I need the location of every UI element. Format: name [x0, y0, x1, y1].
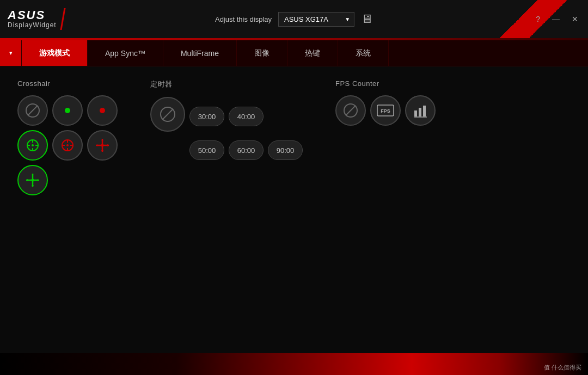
sections-row: Crosshair: [17, 79, 571, 195]
timer-title: 定时器: [150, 79, 303, 89]
brand-sub: DisplayWidget: [8, 21, 57, 29]
logo-divider: [60, 8, 65, 30]
fps-title: FPS Counter: [335, 79, 436, 88]
nav-tabs: ▾ 游戏模式 App Sync™ MultiFrame 图像 热键 系统: [0, 40, 588, 66]
timer-30[interactable]: 30:00: [189, 107, 224, 126]
fps-chart-btn[interactable]: [405, 95, 436, 126]
cross-green-icon: [25, 173, 40, 188]
tab-image[interactable]: 图像: [237, 40, 287, 66]
crosshair-none[interactable]: [17, 95, 48, 126]
display-selector-area: Adjust this display ASUS XG17A 🖥: [215, 12, 373, 27]
timer-row2: 50:00 60:00 90:00: [189, 140, 303, 160]
svg-point-2: [65, 108, 70, 113]
dot-red-icon: [95, 103, 110, 118]
svg-line-1: [28, 106, 38, 115]
fps-section: FPS Counter FPS: [335, 79, 436, 126]
monitor-icon: 🖥: [361, 12, 373, 26]
crosshair-grid: [17, 95, 118, 195]
fps-slash-icon: [343, 103, 358, 118]
crosshair-section: Crosshair: [17, 79, 118, 195]
crosshair-dot-green[interactable]: [52, 95, 83, 126]
svg-marker-32: [26, 179, 28, 181]
svg-marker-23: [96, 144, 97, 146]
timer-50[interactable]: 50:00: [189, 140, 224, 160]
timer-row1: 30:00 40:00: [150, 97, 303, 136]
display-select-wrapper[interactable]: ASUS XG17A: [278, 12, 354, 27]
bottom-bar: [0, 353, 588, 375]
svg-point-20: [101, 144, 104, 147]
fps-none[interactable]: [335, 95, 366, 126]
svg-text:FPS: FPS: [381, 108, 390, 114]
svg-point-15: [66, 144, 69, 146]
svg-marker-30: [32, 174, 34, 175]
svg-line-37: [346, 106, 356, 115]
timer-90[interactable]: 90:00: [268, 140, 303, 160]
svg-point-29: [32, 179, 34, 182]
svg-line-35: [162, 109, 173, 120]
crosshair-circle-green[interactable]: [17, 130, 48, 161]
svg-rect-42: [423, 106, 426, 116]
tab-system[interactable]: 系统: [338, 40, 389, 66]
close-button[interactable]: ✕: [568, 14, 581, 24]
circle-crosshair-green-icon: [25, 138, 40, 153]
svg-rect-40: [414, 110, 417, 116]
cross-red-icon: [95, 138, 110, 153]
timer-slash-icon: [159, 106, 176, 123]
title-bar: ASUS DisplayWidget Adjust this display A…: [0, 0, 588, 38]
slash-icon: [25, 103, 40, 118]
dot-green-icon: [60, 103, 75, 118]
crosshair-cross-green[interactable]: [17, 165, 48, 195]
svg-marker-31: [32, 185, 34, 187]
minimize-button[interactable]: —: [549, 14, 563, 24]
circle-crosshair-red-icon: [60, 138, 75, 153]
watermark: 值 什么值得买: [544, 364, 581, 372]
watermark-text: 什么值得买: [552, 364, 581, 371]
fps-text-btn[interactable]: FPS: [370, 95, 401, 126]
timer-60[interactable]: 60:00: [229, 140, 264, 160]
crosshair-circle-red[interactable]: [52, 130, 83, 161]
watermark-icon: 值: [544, 364, 550, 371]
brand-name: ASUS: [8, 9, 57, 21]
asus-logo: ASUS DisplayWidget: [8, 9, 57, 29]
display-select[interactable]: ASUS XG17A: [278, 12, 354, 27]
svg-marker-21: [101, 139, 103, 140]
fps-chart-icon: [413, 103, 428, 118]
help-button[interactable]: ?: [532, 14, 543, 24]
logo-area: ASUS DisplayWidget: [0, 8, 69, 30]
adjust-label: Adjust this display: [215, 15, 272, 23]
tab-hotkeys[interactable]: 热键: [287, 40, 338, 66]
svg-rect-41: [419, 108, 421, 116]
crosshair-title: Crosshair: [17, 79, 118, 88]
timer-40[interactable]: 40:00: [229, 107, 264, 126]
crosshair-dot-red[interactable]: [87, 95, 118, 126]
tab-multiframe[interactable]: MultiFrame: [163, 40, 237, 66]
timer-none[interactable]: [150, 97, 185, 132]
svg-point-3: [100, 108, 105, 113]
tab-game-mode[interactable]: 游戏模式: [22, 40, 88, 66]
main-content: Crosshair: [0, 66, 588, 353]
svg-point-9: [32, 144, 34, 146]
window-controls: ? — ✕: [532, 14, 581, 24]
svg-marker-24: [107, 144, 109, 146]
timer-section: 定时器 30:00 40:00 50:00 60:00 90:00: [150, 79, 303, 160]
tab-app-sync[interactable]: App Sync™: [88, 40, 163, 66]
svg-marker-22: [101, 150, 103, 152]
tab-dropdown[interactable]: ▾: [0, 40, 22, 66]
crosshair-cross-red[interactable]: [87, 130, 118, 161]
svg-marker-33: [38, 179, 39, 181]
fps-text-icon: FPS: [377, 104, 394, 116]
fps-row: FPS: [335, 95, 436, 126]
